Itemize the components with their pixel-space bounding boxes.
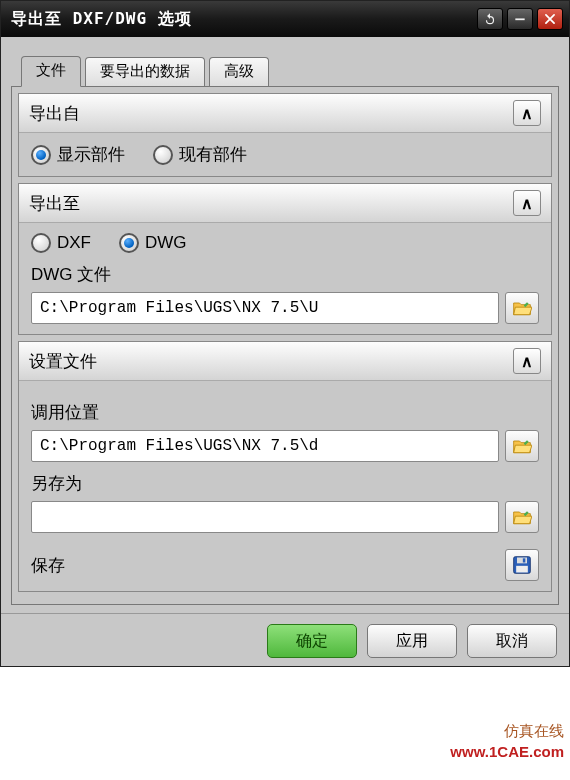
radio-icon (31, 233, 51, 253)
section-title: 导出自 (29, 102, 80, 125)
button-label: 确定 (296, 631, 328, 652)
floppy-disk-icon (512, 555, 532, 575)
watermark-line1: 仿真在线 (450, 720, 564, 741)
svg-rect-0 (515, 18, 524, 20)
section-export-from: 导出自 ∧ 显示部件 现有部件 (18, 93, 552, 177)
radio-label: 显示部件 (57, 143, 125, 166)
section-header-export-to[interactable]: 导出至 ∧ (19, 184, 551, 223)
dwg-file-row (31, 292, 539, 324)
radio-label: DWG (145, 233, 187, 253)
save-as-label: 另存为 (31, 472, 539, 495)
browse-load-button[interactable] (505, 430, 539, 462)
section-body-export-to: DXF DWG DWG 文件 (19, 223, 551, 334)
collapse-button[interactable]: ∧ (513, 348, 541, 374)
svg-rect-2 (517, 558, 527, 564)
chevron-up-icon: ∧ (521, 104, 533, 123)
browse-save-as-button[interactable] (505, 501, 539, 533)
section-settings-file: 设置文件 ∧ 调用位置 (18, 341, 552, 592)
radio-icon (119, 233, 139, 253)
watermark-bottom-right: 仿真在线 www.1CAE.com (450, 720, 564, 762)
radio-existing-parts[interactable]: 现有部件 (153, 143, 247, 166)
save-as-row (31, 501, 539, 533)
svg-rect-4 (516, 566, 528, 573)
button-label: 取消 (496, 631, 528, 652)
load-location-label: 调用位置 (31, 401, 539, 424)
dwg-file-label: DWG 文件 (31, 263, 539, 286)
collapse-button[interactable]: ∧ (513, 190, 541, 216)
folder-open-icon (512, 508, 532, 526)
section-body-export-from: 显示部件 现有部件 (19, 133, 551, 176)
minimize-button[interactable] (507, 8, 533, 30)
dwg-file-input[interactable] (31, 292, 499, 324)
section-body-settings: 调用位置 另存为 (19, 381, 551, 591)
export-from-radio-group: 显示部件 现有部件 (31, 143, 539, 166)
tab-advanced[interactable]: 高级 (209, 57, 269, 87)
section-title: 设置文件 (29, 350, 97, 373)
browse-dwg-button[interactable] (505, 292, 539, 324)
tab-label: 文件 (36, 61, 66, 78)
chevron-up-icon: ∧ (521, 194, 533, 213)
cancel-button[interactable]: 取消 (467, 624, 557, 658)
content-area: 文件 要导出的数据 高级 导出自 ∧ (1, 37, 569, 613)
tab-strip: 文件 要导出的数据 高级 (21, 55, 559, 86)
radio-label: 现有部件 (179, 143, 247, 166)
tab-panel-file: 导出自 ∧ 显示部件 现有部件 (11, 86, 559, 605)
save-as-input[interactable] (31, 501, 499, 533)
titlebar: 导出至 DXF/DWG 选项 (1, 1, 569, 37)
svg-rect-3 (523, 558, 526, 562)
tab-label: 要导出的数据 (100, 62, 190, 79)
save-row: 保存 (31, 549, 539, 581)
format-radio-group: DXF DWG (31, 233, 539, 253)
window-title: 导出至 DXF/DWG 选项 (11, 9, 473, 30)
section-header-settings[interactable]: 设置文件 ∧ (19, 342, 551, 381)
radio-icon (31, 145, 51, 165)
section-export-to: 导出至 ∧ DXF DWG (18, 183, 552, 335)
dialog-window: 导出至 DXF/DWG 选项 文件 要导出的数据 高级 (0, 0, 570, 667)
apply-button[interactable]: 应用 (367, 624, 457, 658)
folder-open-icon (512, 437, 532, 455)
tab-data[interactable]: 要导出的数据 (85, 57, 205, 87)
ok-button[interactable]: 确定 (267, 624, 357, 658)
close-icon (543, 12, 557, 26)
dialog-footer: 确定 应用 取消 (1, 613, 569, 666)
radio-dxf[interactable]: DXF (31, 233, 91, 253)
folder-open-icon (512, 299, 532, 317)
tab-file[interactable]: 文件 (21, 56, 81, 87)
load-location-row (31, 430, 539, 462)
refresh-icon (483, 12, 497, 26)
tab-label: 高级 (224, 62, 254, 79)
watermark-line2: www.1CAE.com (450, 741, 564, 762)
save-button[interactable] (505, 549, 539, 581)
radio-label: DXF (57, 233, 91, 253)
load-location-input[interactable] (31, 430, 499, 462)
radio-dwg[interactable]: DWG (119, 233, 187, 253)
button-label: 应用 (396, 631, 428, 652)
minimize-icon (513, 12, 527, 26)
radio-icon (153, 145, 173, 165)
radio-display-parts[interactable]: 显示部件 (31, 143, 125, 166)
collapse-button[interactable]: ∧ (513, 100, 541, 126)
chevron-up-icon: ∧ (521, 352, 533, 371)
save-label: 保存 (31, 554, 65, 577)
section-header-export-from[interactable]: 导出自 ∧ (19, 94, 551, 133)
close-button[interactable] (537, 8, 563, 30)
section-title: 导出至 (29, 192, 80, 215)
refresh-button[interactable] (477, 8, 503, 30)
